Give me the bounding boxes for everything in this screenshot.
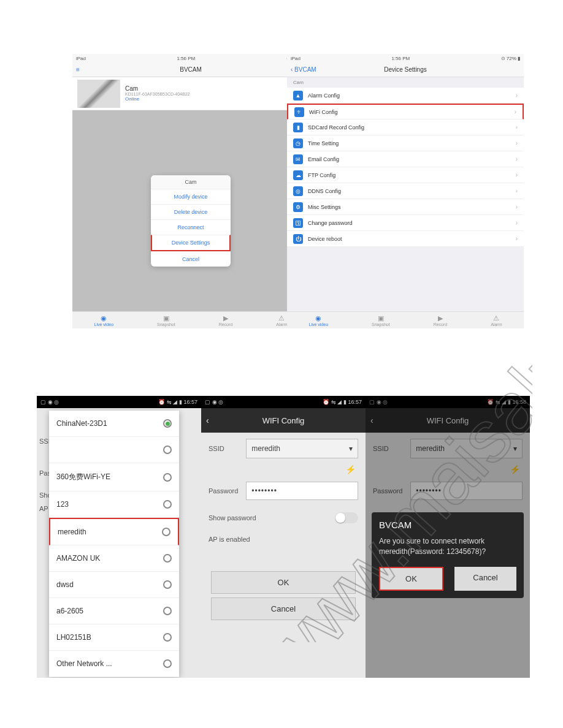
chevron-right-icon: › [516, 172, 518, 178]
back-icon[interactable]: ‹ [370, 415, 373, 425]
confirm-dialog: BVCAM Are you sure to connect network me… [372, 512, 524, 598]
tab-live-video[interactable]: ◉Live video [309, 314, 329, 327]
screen-title-bar: ‹ WIFI Config [201, 408, 366, 433]
menu-icon[interactable]: ≡ [76, 66, 80, 73]
status-bar: ▢ ◉ ◎ ⏰ ⇋ ◢ ▮ 16:57 [201, 396, 366, 408]
cancel-button[interactable]: Cancel [211, 597, 356, 620]
tab-record[interactable]: ▶Record [219, 314, 233, 327]
show-password-row[interactable]: Show password [201, 506, 366, 529]
ok-button[interactable]: OK [211, 571, 356, 594]
snapshot-icon: ▣ [157, 314, 175, 322]
radio-icon [163, 554, 172, 563]
tab-snapshot[interactable]: ▣Snapshot [372, 314, 390, 327]
sheet-title: Cam [151, 175, 231, 189]
row-time-setting[interactable]: ◷Time Setting› [287, 135, 524, 151]
radio-icon [163, 659, 172, 668]
password-row: Password •••••••• [366, 476, 530, 506]
record-icon: ▶ [219, 314, 233, 322]
ssid-row: SSID meredith▾ [201, 433, 366, 464]
wifi-option[interactable]: 360免费WiFi-YE [49, 463, 179, 491]
row-wifi-config[interactable]: ᯤWiFi Config› [287, 104, 524, 119]
radio-icon [163, 473, 172, 482]
ftp-icon: ☁ [293, 170, 303, 180]
device-status: Online [125, 96, 190, 102]
alarm-icon: ⚠ [491, 314, 502, 322]
ssid-dropdown[interactable]: meredith▾ [246, 439, 358, 458]
screen-title: WIFI Config [427, 416, 469, 425]
chevron-right-icon: › [516, 235, 518, 242]
ssid-dropdown[interactable]: meredith▾ [410, 439, 523, 458]
chevron-right-icon: › [516, 92, 518, 99]
status-bar: iPad 1:56 PM ⊕ 72% ▮ [72, 54, 309, 63]
status-right: ⏰ ⇋ ◢ ▮ 16:58 [487, 399, 526, 405]
tab-alarm[interactable]: ⚠Alarm [491, 314, 502, 327]
status-device: iPad [291, 56, 301, 61]
ssid-row: SSID meredith▾ [366, 433, 530, 464]
nav-header: ‹ BVCAM Device Settings [287, 63, 524, 77]
dialog-cancel-button[interactable]: Cancel [454, 567, 516, 591]
video-icon: ◉ [94, 314, 114, 322]
wifi-option[interactable] [49, 437, 179, 463]
row-alarm-config[interactable]: ▲Alarm Config› [287, 88, 524, 104]
radio-icon [163, 580, 172, 589]
back-icon[interactable]: ‹ [206, 415, 209, 425]
wifi-option[interactable]: ChinaNet-23D1 [49, 411, 179, 437]
dialog-title: BVCAM [379, 520, 516, 530]
row-ddns-config[interactable]: ◎DDNS Config› [287, 183, 524, 199]
wifi-option[interactable]: a6-2605 [49, 598, 179, 624]
gear-icon: ⚙ [293, 202, 303, 212]
wifi-option[interactable]: dwsd [49, 572, 179, 598]
row-change-password[interactable]: ⚿Change password› [287, 215, 524, 231]
wifi-option[interactable]: 123 [49, 491, 179, 518]
password-row: Password •••••••• [201, 476, 366, 506]
radio-icon [163, 500, 172, 509]
dialog-message: Are you sure to connect network meredith… [379, 536, 516, 557]
wifi-option[interactable]: LH02151B [49, 624, 179, 651]
sheet-reconnect[interactable]: Reconnect [151, 219, 231, 235]
ddns-icon: ◎ [293, 186, 303, 196]
tab-alarm[interactable]: ⚠Alarm [276, 314, 287, 327]
chevron-down-icon: ▾ [513, 444, 517, 453]
status-right: ⏰ ⇋ ◢ ▮ 16:57 [323, 399, 362, 405]
row-email-config[interactable]: ✉Email Config› [287, 151, 524, 167]
back-button[interactable]: ‹ BVCAM [291, 66, 316, 73]
wifi-option-other[interactable]: Other Network ... [49, 651, 179, 677]
device-row[interactable]: Cam KD111F-63AF305B53CD-404B22 Online ⚙ [72, 77, 309, 110]
status-time: 1:56 PM [391, 56, 410, 61]
sheet-delete[interactable]: Delete device [151, 204, 231, 219]
tab-snapshot[interactable]: ▣Snapshot [157, 314, 175, 327]
bolt-icon: ⚡ [345, 464, 356, 474]
ssid-picker[interactable]: ChinaNet-23D1 360免费WiFi-YE 123 meredith … [49, 411, 179, 677]
status-left: ▢ ◉ ◎ [205, 399, 223, 405]
tab-record[interactable]: ▶Record [434, 314, 448, 327]
password-input[interactable]: •••••••• [410, 482, 523, 500]
password-label: Password [373, 487, 410, 495]
screen-title: WIFI Config [262, 416, 305, 425]
status-right: ⏰ ⇋ ◢ ▮ 16:57 [158, 399, 197, 405]
device-id: KD111F-63AF305B53CD-404B22 [125, 92, 190, 96]
radio-selected-icon [163, 419, 172, 428]
password-input[interactable]: •••••••• [246, 482, 358, 500]
row-device-reboot[interactable]: ⏻Device reboot› [287, 231, 524, 247]
dialog-ok-button[interactable]: OK [379, 567, 443, 591]
device-thumbnail [77, 80, 120, 108]
row-ftp-config[interactable]: ☁FTP Config› [287, 167, 524, 183]
chevron-right-icon: › [516, 124, 518, 131]
wifi-option[interactable]: AMAZON UK [49, 545, 179, 572]
wifi-option-meredith[interactable]: meredith [49, 518, 179, 545]
row-sdcard-config[interactable]: ▮SDCard Record Config› [287, 119, 524, 135]
chevron-right-icon: › [516, 219, 518, 226]
sheet-modify[interactable]: Modify device [151, 189, 231, 204]
sdcard-icon: ▮ [293, 123, 303, 132]
section-label: Cam [287, 77, 524, 88]
sheet-device-settings[interactable]: Device Settings [151, 235, 231, 251]
password-label: Password [209, 487, 246, 495]
sheet-cancel[interactable]: Cancel [151, 251, 231, 267]
tab-live-video[interactable]: ◉Live video [94, 314, 114, 327]
row-misc-settings[interactable]: ⚙Misc Settings› [287, 199, 524, 215]
status-bar: ▢ ◉ ◎ ⏰ ⇋ ◢ ▮ 16:57 [37, 396, 201, 408]
header-title: BVCAM [180, 66, 202, 73]
device-name: Cam [125, 85, 190, 92]
chevron-right-icon: › [516, 203, 518, 210]
show-password-toggle[interactable] [335, 512, 358, 523]
